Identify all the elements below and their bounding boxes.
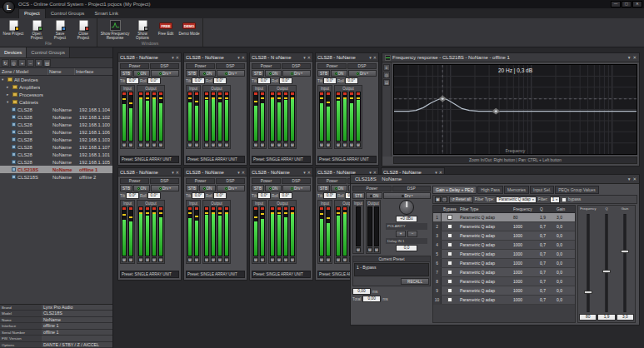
peq-bypass-cell[interactable] — [442, 270, 458, 275]
mute-button[interactable]: M — [253, 142, 258, 147]
collapse-icon[interactable]: ▾ — [2, 77, 7, 82]
bypass-checkbox[interactable] — [447, 261, 452, 266]
collapse-icon[interactable]: ▾ — [7, 100, 12, 104]
tab-smart-link[interactable]: Smart Link — [89, 9, 123, 18]
tab-gain-delay-peq[interactable]: Gain + Delay + PEQ — [432, 186, 477, 194]
close-icon[interactable]: ✕ — [176, 170, 179, 175]
peq-table-row[interactable]: 7 Parametric Q adap 1000 0,7 0,0 — [433, 268, 575, 277]
gain-slider-value[interactable]: 3,0 — [617, 314, 634, 321]
preset-list[interactable]: 1 - Bypass — [354, 263, 429, 276]
refresh-icon[interactable]: ↻ — [2, 59, 9, 67]
bypass-checkbox[interactable] — [447, 215, 452, 220]
on-button[interactable]: ON — [366, 192, 382, 199]
peq-bypass-cell[interactable] — [442, 288, 458, 293]
list-view-icon[interactable]: ▤ — [43, 59, 51, 67]
roll-value[interactable]: 0,0° — [147, 192, 161, 199]
mute-button[interactable]: M — [224, 142, 229, 147]
locate-icon[interactable]: ◎ — [10, 59, 17, 67]
expand-icon[interactable]: ▸ — [7, 85, 12, 89]
on-button[interactable]: ON — [331, 185, 347, 191]
on-button[interactable]: ON — [265, 185, 282, 191]
mute-button[interactable]: M — [128, 142, 133, 147]
device-row[interactable]: CLS28NoName192.168.1.101 — [0, 151, 112, 158]
device-strip-titlebar[interactable]: CLS28 - NoName ▾ ✕ — [184, 53, 247, 62]
mute-button[interactable]: M — [217, 142, 222, 147]
minimize-button[interactable]: — — [611, 1, 621, 7]
peq-bypass-cell[interactable] — [442, 224, 458, 229]
bypass-checkbox[interactable] — [447, 224, 452, 229]
q-slider[interactable] — [597, 212, 616, 314]
peq-bypass-cell[interactable] — [442, 233, 458, 238]
chevron-down-icon[interactable]: ▾ — [303, 170, 306, 175]
mute-button[interactable]: M — [356, 142, 361, 147]
tilt-value[interactable]: 0,0° — [257, 77, 271, 84]
roll-value[interactable]: 0,0° — [213, 192, 227, 199]
check-all-icon[interactable]: ▣ — [435, 196, 441, 202]
free-edit-button[interactable]: FREEFree Edit — [155, 19, 177, 36]
device-strip-titlebar[interactable]: CLS28 - NoName ▾ ✕ — [316, 53, 378, 62]
drive-button[interactable]: Drv▾ — [217, 70, 245, 77]
app-logo[interactable]: L — [2, 1, 15, 13]
peq-bypass-cell[interactable] — [442, 215, 458, 220]
column-name[interactable]: Name — [48, 68, 75, 75]
tilt-value[interactable]: 0,0° — [126, 192, 139, 199]
device-row[interactable]: CLS28NoName192.168.1.100 — [0, 121, 112, 128]
mute-button[interactable]: M — [342, 257, 347, 262]
mute-button[interactable]: M — [122, 257, 127, 262]
mute-button[interactable]: M — [217, 257, 222, 262]
chevron-down-icon[interactable]: ▾ — [172, 170, 174, 175]
on-button[interactable]: ON — [199, 185, 216, 191]
peq-table-row[interactable]: 10 Parametric Q adap 1000 0,7 0,0 — [433, 296, 575, 305]
titlebar[interactable]: OCS - Online Control System - Project1 p… — [0, 0, 644, 8]
q-slider-value[interactable]: 1,9 — [597, 314, 615, 321]
mute-button[interactable]: M — [260, 142, 265, 147]
mute-button[interactable]: M — [260, 257, 265, 262]
chevron-down-icon[interactable]: ▾ — [628, 176, 631, 181]
mute-button[interactable]: M — [336, 257, 341, 262]
tilt-value[interactable]: 0,0° — [323, 192, 337, 199]
bypass-checkbox[interactable] — [447, 251, 452, 256]
mute-button[interactable]: M — [145, 257, 150, 262]
standby-button[interactable]: STB — [317, 70, 330, 77]
peq-table-row[interactable]: 4 Parametric Q adap 1000 0,7 0,0 — [433, 241, 575, 250]
new-project-button[interactable]: New Project — [2, 19, 24, 36]
mute-button[interactable]: M — [290, 142, 295, 147]
on-button[interactable]: ON — [133, 185, 150, 191]
mute-button[interactable]: M — [290, 257, 295, 262]
tree-group-amplifiers[interactable]: ▸Amplifiers — [0, 83, 112, 91]
chevron-down-icon[interactable]: ▾ — [369, 55, 372, 60]
drive-button[interactable]: Drv▾ — [217, 185, 245, 191]
filter-type-select[interactable]: Parametric Q adap ▾ — [496, 196, 536, 203]
mute-button[interactable]: M — [253, 257, 258, 262]
filter-icon[interactable]: ▾ — [35, 59, 42, 67]
close-icon[interactable]: ✕ — [242, 55, 245, 60]
tab-memories[interactable]: Memories — [504, 186, 529, 194]
tree-group-all-devices[interactable]: ▾All Devices — [0, 76, 112, 83]
mute-button[interactable]: M — [326, 142, 331, 147]
uncheck-all-icon[interactable]: ▢ — [442, 196, 447, 202]
device-strip-titlebar[interactable]: CLS28 - N oName ▾ ✕ — [250, 53, 312, 62]
drive-button[interactable]: Drv▾ — [282, 70, 311, 77]
drive-button[interactable]: Drv▾ — [151, 185, 179, 191]
standby-button[interactable]: STB — [317, 185, 330, 191]
on-button[interactable]: ON — [133, 70, 150, 77]
mute-button[interactable]: M — [194, 142, 199, 147]
bypass-checkbox[interactable] — [447, 233, 452, 238]
mute-button[interactable]: M — [319, 257, 324, 262]
close-icon[interactable]: ✕ — [307, 55, 311, 60]
settings-icon[interactable]: ▤ — [383, 79, 390, 86]
peq-table-row[interactable]: 3 Parametric Q adap 1000 0,7 0,0 — [433, 231, 575, 241]
close-icon[interactable]: ✕ — [632, 55, 637, 60]
frequency-slider-value[interactable]: 80 — [579, 314, 597, 321]
gain-slider[interactable] — [616, 212, 634, 314]
chevron-down-icon[interactable]: ▾ — [303, 55, 306, 60]
drive-button[interactable]: Drv▾ — [383, 192, 431, 199]
bypass-checkbox[interactable] — [447, 270, 452, 275]
standby-button[interactable]: STB — [252, 70, 264, 77]
mute-button[interactable]: M — [319, 142, 324, 147]
preset-bar[interactable]: Preset: SINGLE ARRAY UNIT — [252, 156, 311, 163]
traces-icon[interactable]: ≡ — [383, 64, 390, 71]
roll-value[interactable]: 0,0° — [147, 77, 161, 84]
standby-button[interactable]: STB — [186, 70, 198, 77]
column-zone-model[interactable]: Zone / Model — [0, 68, 48, 75]
